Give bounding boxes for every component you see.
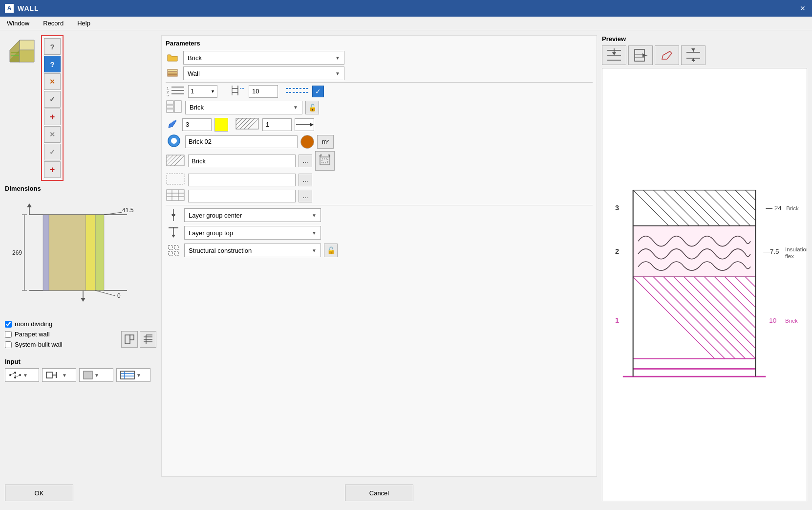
svg-line-132 [663, 190, 699, 226]
svg-point-79 [171, 138, 177, 144]
main-content: ? ? ✕ ✓ + ✕ ✓ + Dimensions [0, 30, 812, 506]
svg-text:Brick: Brick [785, 318, 798, 324]
layer-checkbox[interactable]: ✓ [312, 86, 324, 97]
spacing-input[interactable] [249, 85, 278, 98]
svg-line-82 [167, 155, 173, 162]
left-panel: ? ? ✕ ✓ + ✕ ✓ + Dimensions [5, 35, 156, 501]
layer-group-center-icon [166, 207, 181, 223]
ok-button[interactable]: OK [5, 485, 73, 501]
svg-text:269: 269 [12, 249, 22, 256]
svg-rect-93 [167, 190, 184, 200]
svg-rect-107 [174, 245, 178, 249]
svg-line-131 [654, 190, 689, 226]
svg-line-135 [694, 190, 730, 226]
material2-color[interactable] [300, 135, 314, 149]
structural-lock-btn[interactable]: 🔓 [324, 244, 338, 257]
preview-btn-ref[interactable] [628, 45, 653, 65]
preview-label: Preview [602, 35, 807, 43]
svg-line-139 [735, 190, 756, 211]
toolbar-btn-add1[interactable]: + [44, 109, 61, 125]
input-section: Input ▼ ▼ ▼ [5, 358, 156, 382]
wall-type-dropdown[interactable]: Wall ▼ [183, 67, 344, 80]
toolbar-btn-check2[interactable]: ✓ [44, 144, 61, 160]
grid-browse-btn[interactable]: … [299, 190, 312, 202]
pen-width-input[interactable] [182, 118, 212, 131]
grid-icon [166, 189, 185, 203]
hatch2-input[interactable] [188, 174, 296, 186]
hatch1-browse-btn[interactable]: … [299, 155, 312, 167]
corner-layout-btn[interactable] [121, 331, 138, 348]
material-lock-btn[interactable]: 🔓 [305, 101, 319, 114]
svg-line-137 [715, 190, 750, 226]
svg-line-154 [705, 277, 756, 328]
window-title: WALL [18, 4, 39, 12]
preview-btn-offset[interactable] [681, 45, 705, 65]
svg-rect-67 [174, 101, 181, 112]
toolbar-btn-question1[interactable]: ? [44, 38, 61, 55]
line-count-icon: 123 [166, 85, 185, 98]
menu-window[interactable]: Window [4, 19, 32, 28]
svg-rect-16 [43, 215, 49, 290]
svg-rect-15 [49, 215, 85, 290]
svg-line-150 [663, 277, 745, 358]
toolbar-btn-check1[interactable]: ✓ [44, 91, 61, 108]
toolbar-btn-question2[interactable]: ? [44, 56, 61, 72]
svg-rect-91 [322, 159, 328, 163]
hatch2-browse-btn[interactable]: … [299, 174, 312, 186]
checkboxes-section: room dividing Parapet wall System-built … [5, 320, 156, 348]
hatch1-input[interactable] [188, 155, 296, 167]
svg-text:3: 3 [615, 204, 619, 212]
color-swatch[interactable] [214, 118, 228, 132]
svg-rect-49 [168, 72, 177, 74]
square-dropdown[interactable]: ▼ [79, 368, 113, 382]
hatch-pattern-icon [235, 117, 259, 132]
grid-layout-btn[interactable] [140, 331, 156, 348]
svg-line-70 [236, 118, 239, 121]
toolbar-btn-delete1[interactable]: ✕ [44, 73, 61, 90]
layer-group-center-dropdown[interactable]: Layer group center ▼ [184, 208, 321, 222]
app-icon: A [5, 4, 14, 13]
title-bar: A WALL × [0, 0, 812, 17]
bottom-buttons: OK [5, 480, 156, 501]
material2-input[interactable] [185, 135, 298, 148]
layer-group-top-dropdown[interactable]: Layer group top ▼ [184, 226, 321, 240]
material2-area-btn[interactable]: m² [317, 135, 334, 149]
material-row: Brick ▼ 🔓 [166, 100, 593, 115]
svg-line-138 [725, 190, 756, 221]
screenshot-btn[interactable] [315, 151, 335, 171]
layer-stack-icon [166, 67, 179, 80]
preview-btn-edit[interactable] [655, 45, 679, 65]
preview-btn-layers[interactable] [602, 45, 626, 65]
close-button[interactable]: × [798, 3, 807, 14]
svg-line-85 [174, 156, 184, 166]
menu-record[interactable]: Record [40, 19, 66, 28]
grid-input[interactable] [188, 190, 296, 202]
parapet-wall-checkbox[interactable] [5, 331, 12, 338]
cross-section-dropdown[interactable]: ▼ [42, 368, 76, 382]
line-count-dropdown[interactable]: 1 ▼ [188, 85, 217, 98]
svg-text:— 24: — 24 [766, 204, 782, 212]
room-dividing-checkbox[interactable] [5, 321, 12, 328]
toolbar-btn-delete2[interactable]: ✕ [44, 126, 61, 143]
structural-dropdown[interactable]: Structural construction ▼ [184, 244, 321, 257]
menu-help[interactable]: Help [74, 19, 93, 28]
hatch-scale-input[interactable] [262, 118, 292, 131]
svg-line-140 [746, 190, 756, 200]
system-built-checkbox[interactable] [5, 341, 12, 348]
cancel-button[interactable]: Cancel [345, 485, 413, 501]
svg-text:0: 0 [117, 292, 121, 299]
grid-pattern-dropdown[interactable]: ▼ [116, 368, 150, 382]
svg-line-151 [674, 277, 755, 358]
svg-marker-9 [81, 298, 85, 302]
material-dropdown[interactable]: Brick ▼ [185, 101, 302, 114]
node-input-dropdown[interactable]: ▼ [5, 368, 39, 382]
svg-text:— 10: — 10 [761, 317, 777, 324]
svg-text:Brick: Brick [786, 205, 799, 211]
svg-line-81 [167, 155, 170, 158]
right-panel: Preview [602, 35, 807, 501]
brick-family-dropdown[interactable]: Brick ▼ [183, 51, 344, 65]
toolbar-btn-add2[interactable]: + [44, 161, 61, 178]
svg-line-25 [95, 290, 115, 296]
system-built-label: System-built wall [15, 341, 63, 348]
svg-rect-108 [174, 251, 178, 255]
